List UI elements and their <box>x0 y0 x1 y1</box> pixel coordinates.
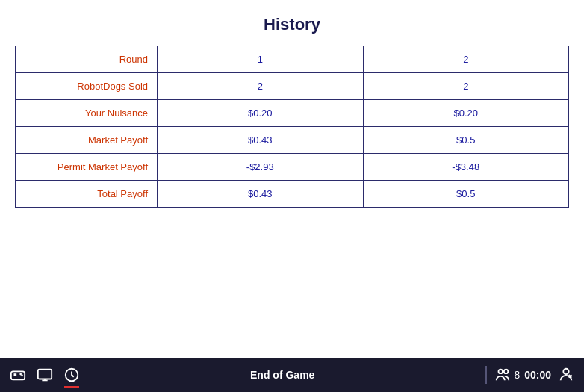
row-label: Permit Market Payoff <box>16 154 158 181</box>
row-col1: 2 <box>158 73 364 100</box>
history-table: Round12RobotDogs Sold22Your Nuisance$0.2… <box>15 46 569 208</box>
row-col2: $0.5 <box>363 181 569 208</box>
table-row: Market Payoff$0.43$0.5 <box>16 127 569 154</box>
table-row: RobotDogs Sold22 <box>16 73 569 100</box>
table-row: Round12 <box>16 46 569 73</box>
svg-rect-6 <box>38 370 52 379</box>
row-col2: $0.20 <box>363 100 569 127</box>
main-content: History Round12RobotDogs Sold22Your Nuis… <box>0 0 584 358</box>
row-col1: 1 <box>158 46 364 73</box>
timer: 00:00 <box>524 369 551 381</box>
row-col1: $0.20 <box>158 100 364 127</box>
table-row: Permit Market Payoff-$2.93-$3.48 <box>16 154 569 181</box>
row-col2: -$3.48 <box>363 154 569 181</box>
toolbar-divider <box>485 366 487 384</box>
person-icon[interactable] <box>556 364 577 385</box>
svg-point-10 <box>499 370 503 374</box>
row-col1: -$2.93 <box>158 154 364 181</box>
row-col1: $0.43 <box>158 127 364 154</box>
end-of-game-label: End of Game <box>250 369 314 381</box>
history-icon[interactable] <box>61 364 82 385</box>
row-col2: 2 <box>363 46 569 73</box>
row-col2: 2 <box>363 73 569 100</box>
player-count-value: 8 <box>514 369 520 381</box>
row-label: Round <box>16 46 158 73</box>
svg-point-11 <box>504 370 509 374</box>
row-col2: $0.5 <box>363 127 569 154</box>
table-row: Your Nuisance$0.20$0.20 <box>16 100 569 127</box>
toolbar-left <box>7 364 82 385</box>
row-label: Your Nuisance <box>16 100 158 127</box>
toolbar-right: 8 00:00 <box>482 364 577 385</box>
row-col1: $0.43 <box>158 181 364 208</box>
gamepad-icon[interactable] <box>7 364 28 385</box>
row-label: Market Payoff <box>16 127 158 154</box>
toolbar-center: End of Game <box>82 369 482 381</box>
player-count: 8 <box>494 367 520 383</box>
bottom-toolbar: End of Game 8 00:00 <box>0 358 584 392</box>
monitor-icon[interactable] <box>34 364 55 385</box>
row-label: RobotDogs Sold <box>16 73 158 100</box>
page-title-area: History <box>0 0 584 46</box>
table-wrapper[interactable]: Round12RobotDogs Sold22Your Nuisance$0.2… <box>0 46 584 358</box>
row-label: Total Payoff <box>16 181 158 208</box>
group-icon <box>494 367 511 383</box>
table-row: Total Payoff$0.43$0.5 <box>16 181 569 208</box>
page-title: History <box>0 15 584 34</box>
svg-point-12 <box>563 369 568 374</box>
